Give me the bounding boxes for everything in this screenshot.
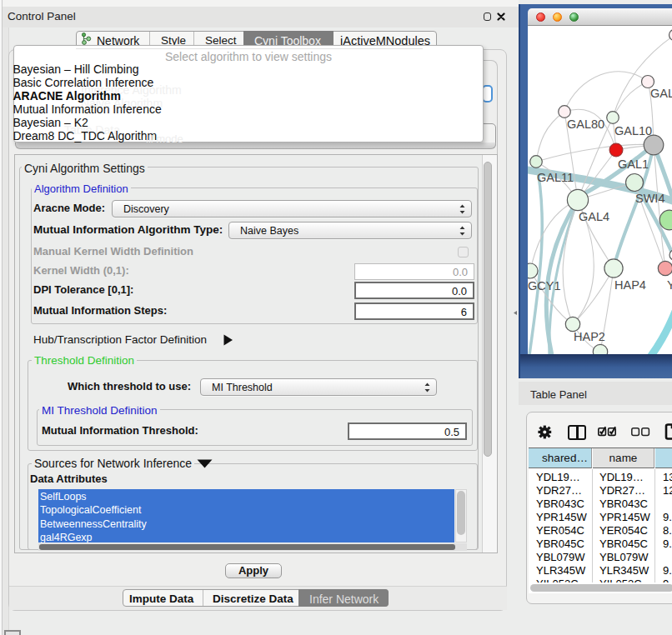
svg-text:SWI4: SWI4 — [635, 192, 664, 205]
svg-text:GAL7: GAL7 — [650, 87, 672, 100]
svg-text:GAL4: GAL4 — [579, 210, 609, 223]
svg-text:GAL11: GAL11 — [537, 171, 574, 184]
svg-text:GCY1: GCY1 — [528, 279, 561, 292]
svg-text:HAP4: HAP4 — [614, 278, 646, 292]
svg-text:GAL1: GAL1 — [618, 158, 649, 171]
svg-text:HAP2: HAP2 — [574, 330, 605, 343]
svg-text:GAL10: GAL10 — [614, 124, 652, 138]
svg-text:GAL80: GAL80 — [567, 118, 604, 131]
svg-text:Y: Y — [667, 278, 672, 292]
